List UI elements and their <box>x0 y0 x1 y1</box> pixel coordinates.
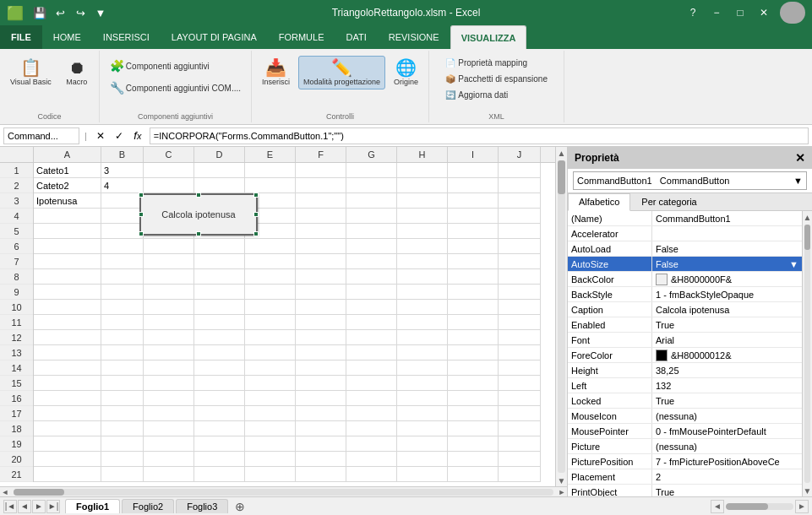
prop-row[interactable]: CaptionCalcola ipotenusa <box>568 302 802 317</box>
hscroll-track2[interactable] <box>726 503 793 510</box>
minimize-button[interactable]: − <box>706 4 728 21</box>
cell-J1[interactable] <box>499 163 541 178</box>
cell-D2[interactable] <box>194 178 245 193</box>
col-header-E[interactable]: E <box>245 147 296 162</box>
hscroll-thumb2[interactable] <box>726 503 768 510</box>
row-num-17[interactable]: 17 <box>0 406 33 421</box>
sheet-nav-next[interactable]: ► <box>32 500 46 513</box>
restore-button[interactable]: □ <box>729 4 751 21</box>
sheet-nav-last[interactable]: ►| <box>46 500 60 513</box>
sheet-tab-foglio1[interactable]: Foglio1 <box>65 499 120 513</box>
col-header-C[interactable]: C <box>144 147 194 162</box>
col-header-A[interactable]: A <box>34 147 101 162</box>
prop-row[interactable]: PrintObjectTrue <box>568 485 802 496</box>
tab-dati[interactable]: DATI <box>335 25 378 49</box>
tab-file[interactable]: FILE <box>0 25 42 49</box>
prop-tab-alfabetico[interactable]: Alfabetico <box>568 193 630 211</box>
pacchetti-button[interactable]: 📦 Pacchetti di espansione <box>441 72 552 86</box>
cell-G1[interactable] <box>346 163 397 178</box>
tab-inserisci[interactable]: INSERISCI <box>92 25 161 49</box>
vscroll-down[interactable]: ▼ <box>556 474 567 486</box>
cell-G2[interactable] <box>346 178 397 193</box>
row-num-12[interactable]: 12 <box>0 330 33 345</box>
prop-row-value[interactable]: False▼ <box>652 257 802 271</box>
col-header-I[interactable]: I <box>448 147 499 162</box>
tab-visualizza[interactable]: VISUALIZZA <box>450 25 527 49</box>
cell-E1[interactable] <box>245 163 296 178</box>
row-num-1[interactable]: 1 <box>0 163 33 178</box>
handle-tr[interactable] <box>253 192 259 198</box>
componenti-button[interactable]: 🧩 Componenti aggiuntivi <box>105 56 246 76</box>
cell-A4[interactable] <box>34 209 101 224</box>
row-num-15[interactable]: 15 <box>0 376 33 391</box>
row-num-5[interactable]: 5 <box>0 224 33 239</box>
row-num-21[interactable]: 21 <box>0 467 33 482</box>
sheet-nav-first[interactable]: |◄ <box>3 500 17 513</box>
tab-layout[interactable]: LAYOUT DI PAGINA <box>161 25 268 49</box>
row-num-7[interactable]: 7 <box>0 254 33 269</box>
undo-button[interactable]: ↩ <box>51 3 69 22</box>
tab-revisione[interactable]: REVISIONE <box>378 25 450 49</box>
cell-B1[interactable]: 3 <box>101 163 144 178</box>
row-num-9[interactable]: 9 <box>0 285 33 300</box>
row-num-19[interactable]: 19 <box>0 436 33 452</box>
row-num-10[interactable]: 10 <box>0 300 33 315</box>
cell-J2[interactable] <box>499 178 541 193</box>
hscroll-thumb[interactable] <box>14 489 64 496</box>
handle-tm[interactable] <box>196 192 201 198</box>
cell-J3[interactable] <box>499 193 541 209</box>
prop-row[interactable]: Height38,25 <box>568 363 802 378</box>
cell-E2[interactable] <box>245 178 296 193</box>
prop-vscroll-thumb[interactable] <box>804 225 810 250</box>
prop-row[interactable]: FontArial <box>568 333 802 348</box>
cell-B4[interactable] <box>101 209 144 224</box>
row-num-2[interactable]: 2 <box>0 178 33 193</box>
col-header-D[interactable]: D <box>194 147 245 162</box>
vscroll-up[interactable]: ▲ <box>556 147 567 159</box>
handle-bm[interactable] <box>196 231 201 236</box>
col-header-H[interactable]: H <box>397 147 448 162</box>
row-num-4[interactable]: 4 <box>0 209 33 224</box>
cell-F3[interactable] <box>296 193 346 209</box>
row-num-13[interactable]: 13 <box>0 345 33 360</box>
row-num-20[interactable]: 20 <box>0 452 33 467</box>
inserisci-button[interactable]: 📥 Inserisci <box>257 56 295 89</box>
command-button[interactable]: Calcola ipotenusa <box>139 193 258 236</box>
cancel-formula-button[interactable]: ✕ <box>92 127 109 144</box>
save-button[interactable]: 💾 <box>30 3 49 22</box>
row-num-8[interactable]: 8 <box>0 269 33 285</box>
handle-mr[interactable] <box>253 212 259 217</box>
add-sheet-button[interactable]: ⊕ <box>232 499 248 514</box>
sheet-nav-prev[interactable]: ◄ <box>18 500 31 513</box>
prop-object-dropdown[interactable]: CommandButton1 CommandButton ▼ <box>573 171 807 190</box>
col-header-J[interactable]: J <box>499 147 541 162</box>
tab-formule[interactable]: FORMULE <box>268 25 335 49</box>
macro-button[interactable]: ⏺ Macro <box>60 56 94 89</box>
cell-H1[interactable] <box>397 163 448 178</box>
cell-C1[interactable] <box>144 163 194 178</box>
hscroll-right[interactable]: ► <box>557 487 567 497</box>
customize-button[interactable]: ▼ <box>91 3 110 22</box>
sheet-tab-foglio3[interactable]: Foglio3 <box>176 499 228 513</box>
prop-row[interactable]: LockedTrue <box>568 393 802 409</box>
row-num-18[interactable]: 18 <box>0 421 33 436</box>
prop-row[interactable]: AutoLoadFalse <box>568 241 802 257</box>
vscroll-thumb[interactable] <box>558 160 565 194</box>
row-num-3[interactable]: 3 <box>0 193 33 209</box>
prop-row[interactable]: ForeColor&H80000012& <box>568 348 802 363</box>
prop-row[interactable]: Picture(nessuna) <box>568 439 802 454</box>
sheet-tab-foglio2[interactable]: Foglio2 <box>122 499 174 513</box>
prop-row[interactable]: MouseIcon(nessuna) <box>568 409 802 424</box>
col-header-F[interactable]: F <box>296 147 346 162</box>
cell-I3[interactable] <box>448 193 499 209</box>
modalita-button[interactable]: ✏️ Modalità progettazione <box>298 56 385 89</box>
prop-dropdown-arrow[interactable]: ▼ <box>789 259 798 269</box>
cell-I2[interactable] <box>448 178 499 193</box>
row-num-11[interactable]: 11 <box>0 315 33 330</box>
prop-row[interactable]: EnabledTrue <box>568 317 802 333</box>
cell-A1[interactable]: Cateto1 <box>34 163 101 178</box>
prop-row[interactable]: BackColor&H8000000F& <box>568 272 802 287</box>
cell-B3[interactable] <box>101 193 144 209</box>
visual-basic-button[interactable]: 📋 Visual Basic <box>5 56 57 89</box>
confirm-formula-button[interactable]: ✓ <box>111 127 128 144</box>
